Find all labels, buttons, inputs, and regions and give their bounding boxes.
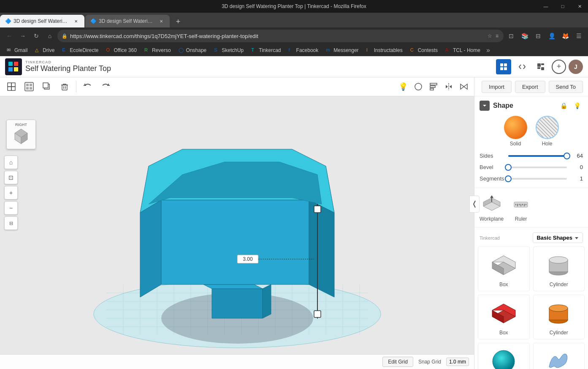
blocks-button[interactable] (533, 59, 548, 74)
zoom-out-button[interactable]: − (4, 201, 18, 215)
code-view-button[interactable] (515, 59, 530, 74)
bookmark-ecoledirecte[interactable]: E EcoleDirecte (59, 46, 102, 54)
bookmark-tcl[interactable]: A TCL - Home (442, 46, 484, 54)
new-tab-button[interactable]: + (172, 16, 184, 27)
container-icon[interactable]: ⊡ (505, 30, 517, 42)
tab-close-1[interactable]: ✕ (73, 18, 79, 25)
group-button[interactable] (3, 79, 19, 95)
panel-collapse-button[interactable] (480, 101, 490, 111)
workplane-button[interactable]: Workplane (480, 193, 504, 222)
user-area[interactable]: + J (552, 60, 583, 74)
svg-marker-74 (483, 105, 486, 107)
svg-rect-13 (26, 84, 29, 86)
sync-icon[interactable]: 👤 (546, 30, 558, 42)
bookmarks-overflow[interactable]: » (485, 46, 492, 54)
canvas-toolbar: 💡 (0, 77, 474, 96)
redo-button[interactable] (98, 79, 114, 95)
segments-slider-row: Segments 1 (480, 173, 583, 184)
sidebar-icon[interactable]: ⊟ (532, 30, 544, 42)
view-cube-label[interactable]: RIGHT (6, 120, 36, 149)
export-button[interactable]: Export (515, 81, 545, 93)
3d-viewport[interactable]: RIGHT ⌂ ⊡ + − ⊟ (0, 96, 474, 369)
panel-toggle-arrow[interactable] (469, 196, 480, 213)
url-bar[interactable]: 🔒 https://www.tinkercad.com/things/1q7D5… (57, 30, 504, 42)
zoom-in-button[interactable]: + (4, 186, 18, 200)
box-gray-label: Box (499, 282, 508, 287)
shape-icon[interactable] (412, 80, 425, 93)
bevel-label: Bevel (480, 164, 505, 170)
library-icon[interactable]: 📚 (519, 30, 531, 42)
mirror-icon[interactable] (442, 80, 455, 93)
lock-panel-button[interactable]: 🔒 (558, 100, 569, 112)
edit-grid-button[interactable]: Edit Grid (382, 357, 413, 367)
light-icon[interactable]: 💡 (396, 80, 410, 93)
grid-view-button[interactable] (496, 59, 511, 74)
shape-card-box-gray[interactable]: Box (478, 246, 530, 291)
bookmark-star[interactable]: ☆ (487, 32, 493, 40)
hole-label: Hole (542, 141, 553, 147)
home-view-button[interactable]: ⌂ (4, 156, 18, 169)
forward-button[interactable]: → (17, 30, 29, 42)
flip-icon[interactable] (457, 80, 471, 93)
tab-active[interactable]: 🔷 3D design Self Watering... ✕ (0, 15, 84, 27)
ungroup-button[interactable] (21, 79, 37, 95)
shape-card-cyl-orange[interactable]: Cylinder (533, 295, 585, 339)
bookmark-messenger[interactable]: m Messenger (322, 46, 362, 54)
shape-card-cyl-gray[interactable]: Cylinder (533, 246, 585, 291)
delete-button[interactable] (57, 79, 73, 95)
bookmark-facebook[interactable]: f Facebook (285, 46, 322, 54)
undo-button[interactable] (80, 79, 96, 95)
minimize-button[interactable]: — (537, 0, 554, 13)
canvas-area[interactable]: 💡 (0, 77, 474, 369)
bookmark-onshape[interactable]: ◯ Onshape (175, 46, 210, 54)
bookmark-tinkercad[interactable]: T Tinkercad (248, 46, 284, 54)
solid-shape[interactable] (504, 116, 527, 139)
bookmark-gmail[interactable]: ✉ Gmail (3, 46, 31, 54)
back-button[interactable]: ← (3, 30, 15, 42)
solid-option[interactable]: Solid (504, 116, 527, 147)
bevel-thumb[interactable] (505, 164, 512, 171)
hole-option[interactable]: Hole (536, 116, 559, 147)
tab-inactive[interactable]: 🔷 3D design Self Watering... ✕ (85, 15, 170, 27)
import-button[interactable]: Import (482, 81, 512, 93)
reload-button[interactable]: ↻ (30, 30, 42, 42)
category-selector[interactable]: Basic Shapes (533, 232, 583, 243)
close-button[interactable]: ✕ (571, 0, 588, 13)
bookmark-instructables[interactable]: I Instructables (363, 46, 406, 54)
gmail-favicon: ✉ (7, 47, 13, 53)
tab-title-1: 3D design Self Watering... (14, 18, 70, 24)
reverso-label: Reverso (152, 47, 171, 53)
duplicate-button[interactable] (39, 79, 55, 95)
shape-card-sphere[interactable]: Sphere (478, 343, 530, 369)
window-controls[interactable]: — □ ✕ (537, 0, 588, 13)
menu-icon[interactable]: ☰ (573, 30, 585, 42)
layers-button[interactable]: ⊟ (4, 216, 18, 230)
bookmark-drive[interactable]: △ Drive (32, 46, 58, 54)
view-cube[interactable]: RIGHT (6, 120, 36, 149)
cyl-gray-image (542, 250, 576, 280)
bookmark-reverso[interactable]: R Reverso (141, 46, 174, 54)
tab-close-2[interactable]: ✕ (158, 18, 165, 25)
add-user-button[interactable]: + (552, 60, 566, 74)
ruler-button[interactable]: Ruler (510, 193, 531, 222)
office360-favicon: O (106, 47, 112, 53)
svg-rect-9 (11, 83, 15, 87)
bookmark-sketchup[interactable]: S SketchUp (211, 46, 247, 54)
sides-thumb[interactable] (564, 153, 570, 159)
fit-view-button[interactable]: ⊡ (4, 171, 18, 184)
maximize-button[interactable]: □ (554, 0, 571, 13)
hole-shape[interactable] (536, 116, 559, 139)
snap-grid-value[interactable]: 1.0 mm (446, 358, 469, 366)
bookmark-office360[interactable]: O Office 360 (103, 46, 140, 54)
send-to-button[interactable]: Send To (549, 81, 583, 93)
shape-card-scribble[interactable]: Scribble (533, 343, 585, 369)
align-icon[interactable] (427, 80, 440, 93)
reader-view[interactable]: ≡ (495, 32, 499, 40)
shape-card-box-red[interactable]: Box (478, 295, 530, 339)
user-avatar[interactable]: J (569, 60, 583, 74)
info-panel-button[interactable]: 💡 (571, 100, 583, 112)
home-button[interactable]: ⌂ (44, 30, 56, 42)
segments-thumb[interactable] (505, 175, 512, 182)
bookmark-contests[interactable]: C Contests (407, 46, 441, 54)
sides-fill (508, 155, 567, 157)
